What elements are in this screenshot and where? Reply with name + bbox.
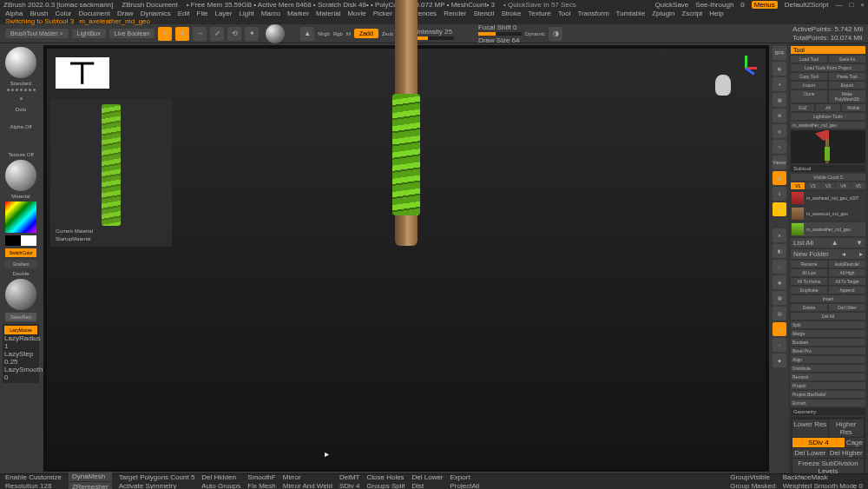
pastetool-btn[interactable]: Paste Tool [829,73,865,80]
viewport[interactable]: 丅 Current Material StartupMaterial ▸ [47,49,766,468]
lazystep[interactable]: LazyStep 0.25 [4,350,37,366]
swatch-black[interactable] [5,235,21,246]
v3[interactable]: V3 [821,182,835,189]
groupvisible[interactable]: GroupVisible [730,473,775,481]
menu-texture[interactable]: Texture [529,10,551,17]
menu-draw[interactable]: Draw [117,10,134,17]
lasso-icon[interactable]: ○ [773,338,786,352]
alllow-btn[interactable]: All Low [791,269,827,276]
double-label[interactable]: Double [12,271,29,276]
scale-mode-icon[interactable]: ⤢ [210,27,224,41]
activetool-name[interactable]: m_axeleather_md_geo [791,122,865,129]
shaded-icon[interactable]: ◐ [773,62,786,76]
quicksave-btn[interactable]: QuickSave [655,1,689,9]
v2[interactable]: V2 [806,182,819,189]
targetpoly[interactable]: Target Polygons Count 5 [119,473,195,481]
mirrorweld[interactable]: Mirror And Weld [283,482,332,489]
extra-icon[interactable]: ◆ [773,354,786,367]
texture-label[interactable]: Texture Off [8,152,33,157]
tool-header[interactable]: Tool [791,46,865,54]
subtool-header[interactable]: Subtool [791,165,865,172]
projectall[interactable]: ProjectAll [450,482,480,489]
mrgb-btn[interactable]: ▲ [300,27,314,41]
v1[interactable]: V1 [791,182,805,189]
alpha-label[interactable]: Alpha Off [10,124,32,129]
menu-alpha[interactable]: Alpha [5,10,23,17]
lightbox-btn[interactable]: LightBox [72,29,106,38]
menu-stroke[interactable]: Stroke [501,10,521,17]
gradient-btn[interactable]: Gradient [5,260,36,268]
distribute-btn[interactable]: Distribute [791,365,865,372]
secondary-sphere[interactable] [5,279,36,310]
gizmo-mode-icon[interactable]: ✦ [245,27,259,41]
export-btn[interactable]: Export [829,82,865,89]
move-mode-icon[interactable]: ↔ [193,27,207,41]
import-btn[interactable]: Import [791,82,827,89]
delall-btn[interactable]: Del All [791,313,865,320]
lowerres-btn[interactable]: Lower Res [792,420,828,437]
floor-icon[interactable]: ⊞ [773,109,786,122]
merge-btn[interactable]: Merge [791,330,865,337]
switchcolor-btn[interactable]: SwitchColor [5,248,36,257]
bpr-icon[interactable]: BPR [773,46,786,60]
loadfrom-btn[interactable]: Load Tools From Project [791,64,865,71]
weighted[interactable]: Weighted Smooth Mode 0 [783,482,863,489]
rotate-mode-icon[interactable]: ⟲ [227,27,241,41]
groupmasked[interactable]: Group Masked [730,482,775,489]
menu-brush[interactable]: Brush [30,10,48,17]
allhigh-btn[interactable]: All High [829,269,865,276]
menu-zplugin[interactable]: Zplugin [652,10,674,17]
geometry-header[interactable]: Geometry [791,408,865,415]
visiblecount[interactable]: Visible Count 5 [791,174,865,181]
smoothf[interactable]: SmoothF [247,473,275,481]
duplicate-btn[interactable]: Duplicate [791,287,827,294]
brushtool-master[interactable]: BrushTool Master > [5,29,69,38]
cage-btn[interactable]: Cage [845,438,864,447]
subtool-axeleather[interactable]: m_axeleather_md_geo [791,222,865,236]
resolution[interactable]: Resolution 128 [5,482,62,489]
enablecustom[interactable]: Enable Customize [5,473,62,481]
lazyradius[interactable]: LazyRadius 1 [4,334,37,350]
dynamic-icon[interactable]: ◑ [549,27,562,41]
lightboxtools-btn[interactable]: Lightbox• Tools [791,113,865,120]
newfolder-btn[interactable]: New Folder◂▸ [791,249,865,259]
bevelpro-btn[interactable]: Bevel Pro [791,347,865,354]
lazysmooth[interactable]: LazySmooth 0 [4,366,37,381]
dynamesh-btn[interactable]: DynaMesh [69,472,112,481]
maximize-icon[interactable]: □ [849,1,853,9]
selectrect-btn[interactable]: SelectRect SelectLa [5,313,36,321]
menu-render[interactable]: Render [444,10,466,17]
bb-dellower[interactable]: Del Lower [412,473,444,481]
m-label[interactable]: M [346,31,351,36]
render-icon[interactable]: ☀ [773,77,786,91]
rgb-label[interactable]: Rgb [333,31,343,36]
polyframe-icon[interactable]: ▤ [773,307,786,320]
menu-file[interactable]: File [197,10,208,17]
axis-gizmo[interactable] [733,56,759,82]
v5[interactable]: V5 [852,182,865,189]
menu-material[interactable]: Material [316,10,340,17]
menu-stencil[interactable]: Stencil [473,10,494,17]
xpose-icon[interactable]: ✕ [773,228,786,242]
gizmo3d-icon[interactable]: ✦ [773,202,786,216]
sculptris-mode[interactable] [266,24,285,43]
menu-turntable[interactable]: Turntable [616,10,646,17]
fixmesh[interactable]: Fix Mesh [247,482,275,489]
swatch-white[interactable] [21,235,36,246]
menu-movie[interactable]: Movie [347,10,365,17]
project-btn[interactable]: Project [791,382,865,389]
menu-picker[interactable]: Picker [373,10,392,17]
delhidden[interactable]: Del Hidden [201,473,240,481]
closeholes[interactable]: Close Holes [366,473,404,481]
tool-thumbnail[interactable] [791,130,865,163]
menu-color[interactable]: Color [55,10,71,17]
menu-transform[interactable]: Transform [577,10,608,17]
ghost-icon[interactable]: ◌ [773,260,786,274]
align-btn[interactable]: Align [791,356,865,363]
bb-export[interactable]: Export [450,473,480,481]
polyf-icon[interactable]: ▦ [773,291,786,305]
boolean-btn[interactable]: Boolean [791,339,865,346]
dellower-btn[interactable]: Del Lower [792,448,828,458]
subtool-axehead[interactable]: m_axehead_md_geo_x007 [791,191,865,205]
alltohome-btn[interactable]: All To Home [791,278,827,285]
